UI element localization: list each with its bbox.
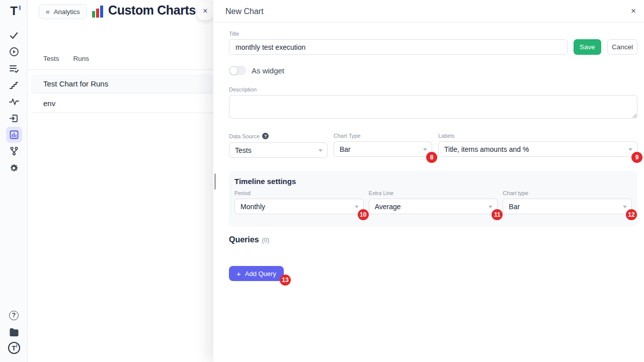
- chart-type-label: Chart Type: [334, 133, 432, 139]
- save-button[interactable]: Save: [574, 39, 601, 55]
- title-field-label: Title: [229, 31, 637, 37]
- close-icon: ×: [631, 6, 636, 16]
- brand-circle-icon: T: [8, 342, 20, 354]
- add-query-button[interactable]: + Add Query: [229, 266, 284, 281]
- sidebar-item-branch[interactable]: [0, 144, 28, 158]
- chart-type-value: Bar: [340, 145, 351, 153]
- title-input[interactable]: [229, 39, 568, 55]
- panel-title: New Chart: [225, 0, 264, 23]
- brand-logo-icon: T: [10, 5, 18, 17]
- step-badge-9: 9: [631, 152, 642, 163]
- page-close-button[interactable]: ×: [197, 2, 213, 20]
- step-badge-12: 12: [626, 209, 637, 220]
- back-to-analytics-button[interactable]: « Analytics: [39, 4, 87, 19]
- branch-icon: [10, 146, 19, 156]
- sidebar-item-docs[interactable]: [0, 325, 28, 339]
- import-icon: [9, 114, 19, 123]
- chevron-down-icon: [423, 148, 427, 151]
- sidebar-item-import[interactable]: [0, 111, 28, 125]
- labels-select[interactable]: Title, items amounts and % 9: [438, 141, 637, 157]
- chevrons-left-icon: «: [46, 8, 50, 16]
- labels-value: Title, items amounts and %: [444, 145, 529, 153]
- as-widget-label: As widget: [252, 66, 284, 75]
- data-source-select[interactable]: Tests: [229, 142, 328, 158]
- data-source-value: Tests: [235, 146, 252, 154]
- bar-chart-icon: [10, 130, 19, 139]
- sidebar: T ? T: [0, 0, 28, 362]
- chevron-down-icon: [489, 206, 493, 208]
- check-icon: [9, 31, 19, 40]
- bar-chart-emoji-icon: [92, 6, 105, 18]
- page-title: Custom Charts: [108, 3, 196, 18]
- queries-heading: Queries: [229, 235, 259, 244]
- tab-tests[interactable]: Tests: [43, 55, 59, 62]
- activity-icon: [9, 98, 19, 106]
- chevron-down-icon: [623, 206, 627, 208]
- sidebar-item-help[interactable]: ?: [0, 308, 28, 322]
- timeline-chart-type-label: Chart type: [503, 190, 632, 196]
- back-button-label: Analytics: [54, 8, 80, 16]
- play-circle-icon: [9, 47, 19, 57]
- gear-icon: [9, 163, 19, 173]
- plus-icon: +: [236, 269, 241, 278]
- help-circle-icon: ?: [9, 311, 19, 320]
- panel-scrollbar-thumb[interactable]: [214, 173, 216, 190]
- panel-close-button[interactable]: ×: [631, 6, 636, 16]
- extra-line-select[interactable]: Average 11: [369, 199, 498, 214]
- help-icon[interactable]: ?: [262, 133, 269, 139]
- sidebar-item-analytics-active[interactable]: [0, 127, 28, 143]
- panel-header: New Chart ×: [213, 0, 644, 23]
- data-source-label: Data Source: [229, 133, 260, 139]
- sidebar-item-milestones[interactable]: [0, 78, 28, 92]
- sidebar-item-pulse[interactable]: [0, 95, 28, 109]
- new-chart-panel: New Chart × Title Save Cancel As widget …: [213, 0, 644, 362]
- step-badge-13: 13: [280, 275, 291, 286]
- folder-icon: [9, 328, 19, 336]
- period-value: Monthly: [240, 203, 265, 211]
- list-check-icon: [9, 64, 19, 73]
- period-label: Period: [234, 190, 364, 196]
- timeline-chart-type-value: Bar: [509, 203, 520, 211]
- timeline-chart-type-select[interactable]: Bar 12: [503, 199, 632, 214]
- step-badge-10: 10: [358, 209, 369, 220]
- sidebar-item-tests[interactable]: [0, 28, 28, 42]
- timeline-settings-section: Timeline settings Period Monthly 10 Extr…: [229, 170, 637, 227]
- description-label: Description: [229, 86, 637, 93]
- sidebar-item-settings[interactable]: [0, 161, 28, 175]
- sidebar-item-plans[interactable]: [0, 62, 28, 76]
- chevron-down-icon: [628, 148, 632, 151]
- labels-label: Labels: [438, 133, 637, 139]
- extra-line-value: Average: [375, 203, 401, 211]
- add-query-label: Add Query: [245, 270, 276, 278]
- step-badge-11: 11: [492, 209, 503, 220]
- charts-tabs: Tests Runs: [43, 55, 89, 62]
- close-icon: ×: [203, 7, 207, 16]
- steps-icon: [9, 80, 19, 90]
- toggle-knob: [229, 66, 238, 75]
- sidebar-item-runs[interactable]: [0, 45, 28, 59]
- description-textarea[interactable]: [229, 95, 637, 119]
- chart-list-item-label: env: [43, 99, 55, 108]
- tab-runs[interactable]: Runs: [73, 55, 90, 62]
- timeline-settings-heading: Timeline settings: [234, 177, 632, 186]
- queries-count: (0): [262, 237, 270, 244]
- brand-logo[interactable]: T: [0, 4, 28, 18]
- period-select[interactable]: Monthly 10: [234, 199, 364, 214]
- sidebar-item-brand-bottom[interactable]: T: [0, 341, 28, 355]
- cancel-button[interactable]: Cancel: [607, 39, 637, 55]
- as-widget-toggle[interactable]: [229, 66, 246, 75]
- chart-list-item-label: Test Chart for Runs: [43, 79, 108, 88]
- chevron-down-icon: [355, 206, 359, 208]
- chevron-down-icon: [318, 149, 323, 152]
- step-badge-8: 8: [426, 152, 437, 163]
- chart-type-select[interactable]: Bar 8: [334, 141, 432, 157]
- extra-line-label: Extra Line: [369, 190, 498, 196]
